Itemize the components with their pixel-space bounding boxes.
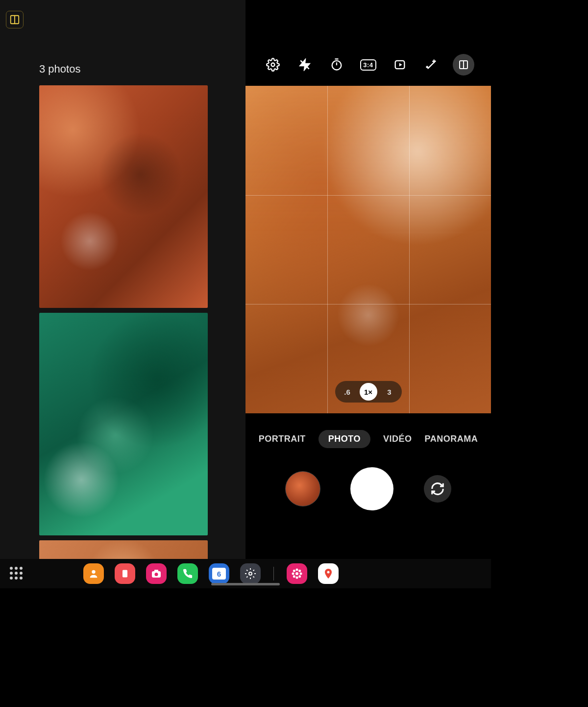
viewfinder[interactable]: .6 1× 3: [245, 86, 491, 413]
camera-app-icon[interactable]: [146, 563, 167, 584]
split-view-toggle-icon[interactable]: [6, 11, 24, 28]
svg-rect-18: [122, 570, 127, 578]
svg-point-22: [249, 572, 252, 575]
settings-app-icon[interactable]: [240, 563, 261, 584]
gallery-count-label: 3 photos: [39, 63, 80, 76]
grid-line: [409, 86, 410, 413]
svg-point-23: [295, 572, 298, 575]
mode-panorama[interactable]: PANORAMA: [425, 434, 478, 444]
svg-point-32: [327, 571, 330, 574]
gallery-pane: 3 photos: [0, 0, 245, 588]
last-photo-thumbnail[interactable]: [285, 471, 320, 506]
timer-icon[interactable]: [326, 54, 347, 76]
zoom-option-wide[interactable]: .6: [338, 383, 357, 401]
svg-point-2: [271, 63, 275, 67]
thumbnail-2[interactable]: [39, 313, 208, 535]
zoom-selector: .6 1× 3: [335, 381, 402, 403]
svg-point-30: [293, 575, 295, 578]
thumbnail-list: [39, 85, 208, 588]
svg-marker-9: [399, 63, 402, 67]
aspect-ratio-button[interactable]: 3:4: [357, 54, 379, 76]
svg-point-20: [155, 573, 158, 576]
grid-line: [245, 195, 491, 196]
phone-app-icon[interactable]: [177, 563, 198, 584]
svg-point-25: [296, 577, 298, 579]
taskbar-apps: 6: [83, 563, 339, 584]
camera-toolbar: 3:4: [245, 51, 491, 78]
mode-portrait[interactable]: PORTRAIT: [259, 434, 306, 444]
maps-app-icon[interactable]: [318, 563, 339, 584]
grid-line: [245, 304, 491, 304]
calendar-app-icon[interactable]: 6: [209, 563, 229, 584]
zoom-option-1x[interactable]: 1×: [360, 383, 377, 401]
svg-point-31: [298, 575, 301, 578]
taskbar: 6: [0, 559, 491, 588]
svg-point-28: [293, 570, 295, 572]
navigation-handle[interactable]: [211, 583, 280, 585]
svg-point-26: [292, 573, 294, 575]
svg-point-29: [298, 570, 301, 572]
camera-bottom-controls: [245, 467, 491, 511]
gallery-app-icon[interactable]: [287, 563, 307, 584]
thumbnail-1[interactable]: [39, 85, 208, 308]
mode-selector[interactable]: PORTRAIT PHOTO VIDÉO PANORAMA: [245, 427, 491, 451]
screen: 3 photos 3:4: [0, 0, 491, 588]
effects-icon[interactable]: [421, 54, 442, 76]
taskbar-divider: [273, 567, 274, 581]
settings-icon[interactable]: [262, 54, 284, 76]
zoom-option-3x[interactable]: 3: [380, 383, 399, 401]
svg-point-5: [332, 61, 341, 70]
svg-point-17: [92, 570, 95, 574]
svg-rect-21: [154, 570, 158, 572]
svg-point-24: [296, 569, 298, 571]
split-view-icon[interactable]: [453, 54, 474, 76]
aspect-ratio-label: 3:4: [360, 59, 376, 71]
notes-app-icon[interactable]: [115, 563, 135, 584]
contacts-app-icon[interactable]: [83, 563, 104, 584]
mode-photo[interactable]: PHOTO: [318, 430, 370, 448]
switch-camera-button[interactable]: [424, 475, 451, 503]
grid-line: [327, 86, 328, 413]
camera-pane: 3:4 .6 1× 3 POR: [245, 0, 491, 588]
svg-point-27: [300, 573, 302, 575]
motion-photo-icon[interactable]: [389, 54, 411, 76]
flash-off-icon[interactable]: [294, 54, 316, 76]
app-drawer-icon[interactable]: [10, 567, 24, 581]
mode-video[interactable]: VIDÉO: [383, 434, 412, 444]
shutter-button[interactable]: [350, 467, 393, 510]
